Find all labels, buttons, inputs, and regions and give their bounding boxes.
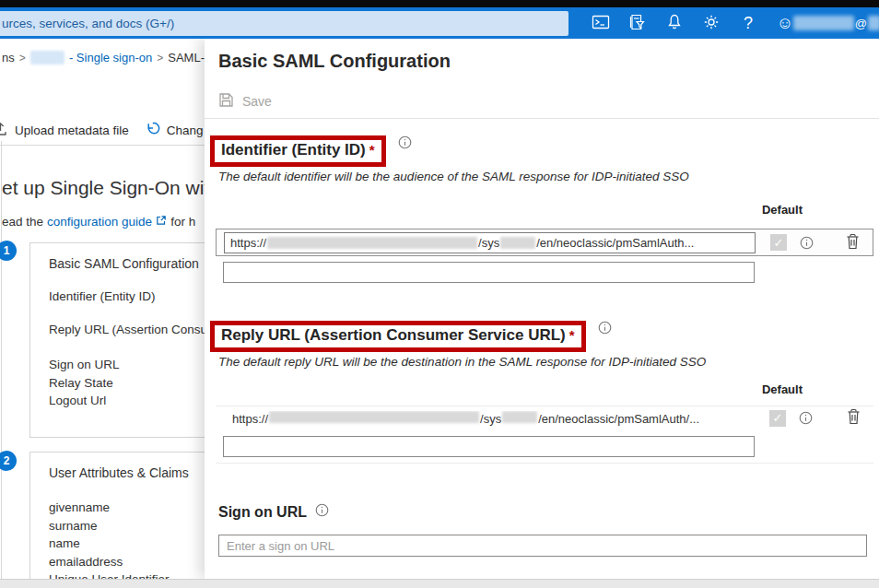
delete-row-button[interactable] (847, 408, 861, 428)
help-button[interactable]: ? (730, 7, 767, 39)
required-asterisk: * (569, 327, 575, 343)
url-redacted-segment (267, 237, 477, 249)
read-prefix: ead the (2, 215, 43, 229)
card-item: surname (49, 517, 205, 535)
gear-icon (702, 13, 721, 34)
azure-portal-window: ? ☺ @ ns > - Single sign-on > SAML- (0, 0, 879, 588)
info-icon[interactable] (799, 411, 813, 425)
single-sign-on-page: ns > - Single sign-on > SAML- Upload met… (0, 39, 205, 579)
url-part: /sys (480, 412, 501, 426)
breadcrumb-item-applications[interactable]: ns (2, 51, 15, 65)
trash-icon (847, 408, 861, 428)
trash-icon (846, 233, 860, 253)
breadcrumb-item-saml[interactable]: SAML- (168, 51, 205, 65)
identifier-red-annotation: Identifier (Entity ID)* (210, 135, 386, 167)
topbar-icon-group: ? ☺ (582, 7, 803, 39)
azure-top-bar: ? ☺ @ (0, 7, 879, 39)
identifier-url-input[interactable]: https:///sys/en/neoclassic/pmSamlAuth... (224, 232, 756, 253)
settings-button[interactable] (693, 7, 730, 39)
account-name-redacted (793, 16, 854, 30)
url-redacted-segment (269, 411, 479, 423)
configuration-guide-line: ead the configuration guide for h (2, 215, 205, 229)
change-sso-mode-button[interactable]: Chang (145, 121, 204, 139)
save-label: Save (242, 94, 272, 109)
default-column-header: Default (218, 203, 803, 217)
card-item: givenname (49, 499, 205, 517)
card-item: Sign on URL (49, 356, 205, 374)
app-name-redacted (30, 51, 64, 65)
save-button[interactable]: Save (218, 92, 272, 111)
configuration-guide-link[interactable]: configuration guide (47, 215, 152, 229)
notifications-button[interactable] (656, 7, 693, 39)
card-item: Logout Url (49, 392, 205, 410)
panel-title: Basic SAML Configuration (218, 51, 867, 72)
reply-url-value: https:///sys/en/neoclassic/pmSamlAuth/..… (223, 411, 755, 426)
browser-chrome-strip (0, 0, 879, 7)
change-sso-mode-label: Chang (167, 123, 204, 137)
check-icon: ✓ (774, 236, 784, 250)
sign-on-url-input[interactable] (218, 535, 867, 557)
step-1-badge: 1 (0, 241, 17, 261)
sso-toolbar: Upload metadata file Chang (0, 121, 205, 139)
save-disk-icon (218, 92, 234, 111)
cloud-shell-button[interactable] (582, 7, 619, 39)
card-item: Identifier (Entity ID) (49, 289, 205, 303)
search-input[interactable] (0, 11, 568, 36)
card-item: Reply URL (Assertion Consu (49, 323, 205, 336)
url-redacted-segment (502, 411, 537, 423)
smiley-icon: ☺ (777, 15, 793, 31)
external-link-icon (156, 215, 167, 229)
step-2-badge: 2 (0, 451, 17, 471)
url-part: https:// (230, 236, 266, 250)
card-title: Basic SAML Configuration (49, 256, 205, 271)
cloud-shell-icon (592, 13, 610, 34)
identifier-description: The default identifier will be the audie… (218, 170, 867, 183)
basic-saml-configuration-card[interactable]: Basic SAML Configuration Identifier (Ent… (29, 242, 205, 438)
identifier-new-entry-input[interactable] (223, 262, 755, 283)
section-divider (216, 463, 873, 464)
identifier-section-label: Identifier (Entity ID) (221, 141, 366, 159)
chevron-right-icon: > (19, 52, 26, 65)
url-redacted-segment (500, 237, 535, 249)
delete-row-button[interactable] (846, 233, 860, 253)
chevron-right-icon: > (157, 52, 163, 65)
page-title: et up Single Sign-On with (2, 177, 205, 199)
default-checkbox-checked[interactable]: ✓ (770, 234, 787, 251)
horizontal-scrollbar[interactable] (0, 579, 879, 588)
url-part: /en/neoclassic/pmSamlAuth... (536, 236, 694, 250)
bell-icon (666, 13, 683, 34)
upload-metadata-file-label: Upload metadata file (15, 123, 129, 137)
check-icon: ✓ (773, 411, 783, 425)
card-title: User Attributes & Claims (49, 465, 205, 480)
info-icon[interactable] (398, 135, 412, 153)
reply-url-description: The default reply URL will be the destin… (218, 355, 867, 369)
reply-url-new-entry-input[interactable] (223, 436, 755, 457)
card-item: name (49, 535, 205, 553)
account-domain-redacted (868, 16, 879, 30)
content-left-edge (1, 141, 2, 579)
reply-url-section-label: Reply URL (Assertion Consumer Service UR… (221, 326, 566, 344)
info-icon[interactable] (315, 503, 329, 521)
card-item: Relay State (49, 374, 205, 393)
card-item: Unique User Identifier (49, 570, 205, 579)
identifier-url-row: https:///sys/en/neoclassic/pmSamlAuth...… (216, 229, 873, 256)
account-menu[interactable]: @ (793, 7, 879, 39)
reply-url-row: https:///sys/en/neoclassic/pmSamlAuth/..… (216, 406, 873, 429)
info-icon[interactable] (800, 236, 814, 250)
default-checkbox-checked[interactable]: ✓ (769, 410, 786, 427)
upload-icon (0, 121, 8, 139)
upload-metadata-file-button[interactable]: Upload metadata file (0, 121, 129, 139)
toolbar-divider (0, 145, 205, 146)
info-icon[interactable] (598, 321, 612, 338)
url-part: https:// (232, 412, 268, 426)
default-column-header: Default (218, 382, 803, 396)
url-part: /sys (478, 236, 499, 250)
url-part: /en/neoclassic/pmSamlAuth/... (538, 412, 699, 426)
breadcrumb-item-single-sign-on[interactable]: - Single sign-on (69, 51, 152, 65)
undo-arrow-icon (145, 121, 160, 139)
read-suffix: for h (170, 215, 195, 229)
user-attributes-claims-card[interactable]: User Attributes & Claims givenname surna… (29, 452, 205, 579)
directory-filter-button[interactable] (619, 7, 656, 39)
required-asterisk: * (369, 142, 375, 158)
sign-on-url-label: Sign on URL (218, 504, 307, 521)
